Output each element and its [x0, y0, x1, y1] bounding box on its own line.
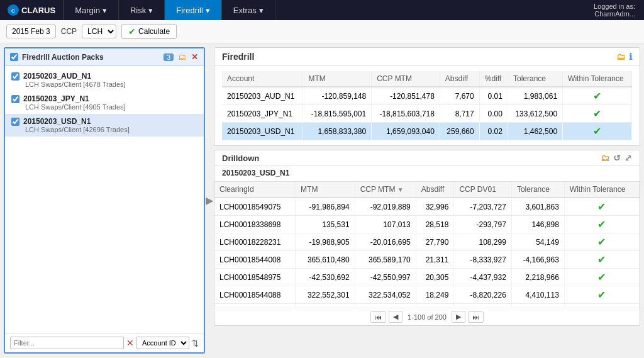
- table-row[interactable]: 20150203_USD_N1 1,658,833,380 1,659,093,…: [222, 123, 632, 140]
- table-row[interactable]: LCH00018228231 -19,988,905 -20,016,695 2…: [214, 233, 640, 251]
- dd-absdiff-3: 21,311: [416, 251, 454, 269]
- list-item[interactable]: 20150203_USD_N1 LCH Swaps/Client [42696 …: [5, 114, 204, 137]
- pagination-bar: ⏮ ◀ 1-100 of 200 ▶ ⏭: [214, 308, 640, 325]
- drilldown-expand-icon[interactable]: ⤢: [625, 153, 632, 163]
- dd-within-0: ✔: [564, 198, 639, 216]
- list-item[interactable]: 20150203_AUD_N1 LCH Swaps/Client [4678 T…: [5, 69, 204, 91]
- col-account: Account: [222, 71, 303, 87]
- filter-clear-icon[interactable]: ✕: [126, 338, 134, 348]
- logged-in-label: Logged in as:: [594, 3, 635, 10]
- dd-ccp-dv01-0: -7,203,727: [454, 198, 512, 216]
- sort-arrow[interactable]: ▼: [397, 186, 404, 193]
- panel-checkbox[interactable]: [10, 53, 18, 61]
- logo-icon: C: [8, 4, 19, 16]
- table-row[interactable]: LCH00018549075 -91,986,894 -92,019,889 3…: [214, 198, 640, 216]
- fd-absdiff-0: 7,670: [440, 87, 479, 105]
- dd-absdiff-5: 18,249: [416, 286, 454, 304]
- fd-within-1: ✔: [563, 105, 632, 123]
- fd-pctdiff-2: 0.02: [479, 123, 508, 140]
- firedrill-section: Firedrill 🗂 ℹ Account MTM CCP MTM Absdif…: [214, 47, 640, 146]
- pack-checkbox-1[interactable]: [11, 95, 19, 103]
- dd-col-tolerance: Tolerance: [511, 182, 564, 198]
- pack-sub-1: LCH Swaps/Client [4905 Trades]: [25, 103, 197, 111]
- pack-name-1: 20150203_JPY_N1: [23, 94, 89, 103]
- dd-ccp-dv01-1: -293,797: [454, 216, 512, 233]
- firedrill-folder-icon[interactable]: 🗂: [616, 52, 625, 62]
- pack-sub-2: LCH Swaps/Client [42696 Trades]: [25, 126, 197, 133]
- dd-ccp-dv01-2: 108,299: [454, 233, 512, 251]
- dd-col-mtm: MTM: [296, 182, 355, 198]
- nav-extras-arrow: ▾: [259, 6, 264, 15]
- account-id-select[interactable]: Account ID: [136, 337, 189, 349]
- dd-within-1: ✔: [564, 216, 639, 233]
- filter-input[interactable]: [10, 337, 124, 349]
- firedrill-table: Account MTM CCP MTM Absdiff %diff Tolera…: [222, 71, 632, 140]
- nav-extras[interactable]: Extras ▾: [222, 0, 275, 20]
- dd-col-ccp-dv01: CCP DV01: [454, 182, 512, 198]
- drilldown-table-wrap: ClearingId MTM CCP MTM ▼ Absdiff CCP DV0…: [214, 182, 640, 308]
- ccp-label: CCP: [61, 27, 77, 36]
- drilldown-folder-icon[interactable]: 🗂: [601, 153, 609, 163]
- page-last-button[interactable]: ⏭: [468, 311, 484, 323]
- dd-tolerance-1: 146,898: [511, 216, 564, 233]
- top-navigation: C CLARUS Margin ▾ Risk ▾ Firedrill ▾ Ext…: [0, 0, 644, 20]
- ccp-select[interactable]: LCH: [82, 25, 116, 38]
- dd-mtm-0: -91,986,894: [296, 198, 355, 216]
- pack-checkbox-2[interactable]: [11, 118, 19, 126]
- col-mtm: MTM: [303, 71, 372, 87]
- svg-text:C: C: [11, 8, 15, 14]
- page-first-button[interactable]: ⏮: [370, 311, 386, 323]
- dd-ccp-dv01-4: -4,437,932: [454, 269, 512, 286]
- nav-margin-label: Margin: [75, 6, 100, 15]
- firedrill-info-icon[interactable]: ℹ: [629, 52, 632, 62]
- dd-tolerance-0: 3,601,863: [511, 198, 564, 216]
- expand-icon[interactable]: ⇅: [192, 338, 199, 348]
- page-next-button[interactable]: ▶: [452, 311, 465, 323]
- col-tolerance: Tolerance: [508, 71, 562, 87]
- table-row[interactable]: 20150203_JPY_N1 -18,815,595,001 -18,815,…: [222, 105, 632, 123]
- nav-firedrill[interactable]: Firedrill ▾: [165, 0, 222, 20]
- fd-pctdiff-1: 0.00: [479, 105, 508, 123]
- dd-within-2: ✔: [564, 233, 639, 251]
- firedrill-section-header: Firedrill 🗂 ℹ: [214, 48, 640, 66]
- close-panel-button[interactable]: ✕: [191, 52, 199, 62]
- nav-risk[interactable]: Risk ▾: [119, 0, 165, 20]
- fd-absdiff-1: 8,717: [440, 105, 479, 123]
- dd-col-clearing-id: ClearingId: [214, 182, 296, 198]
- nav-items: Margin ▾ Risk ▾ Firedrill ▾ Extras ▾: [64, 0, 275, 20]
- collapse-arrow[interactable]: ▶: [205, 47, 214, 354]
- fd-pctdiff-0: 0.01: [479, 87, 508, 105]
- fd-tolerance-2: 1,462,500: [508, 123, 562, 140]
- left-panel-header: Firedrill Auction Packs 3 🗂 ✕: [5, 48, 204, 66]
- calculate-button[interactable]: ✔ Calculate: [121, 24, 177, 39]
- pack-name-2: 20150203_USD_N1: [23, 117, 91, 126]
- drilldown-refresh-icon[interactable]: ↺: [613, 153, 621, 163]
- page-range: 1-100 of 200: [405, 313, 449, 321]
- fd-within-0: ✔: [563, 87, 632, 105]
- nav-margin[interactable]: Margin ▾: [64, 0, 119, 20]
- table-row[interactable]: LCH00018338698 135,531 107,013 28,518 -2…: [214, 216, 640, 233]
- pack-name-0: 20150203_AUD_N1: [23, 72, 91, 81]
- table-row[interactable]: 20150203_AUD_N1 -120,859,148 -120,851,47…: [222, 87, 632, 105]
- left-panel: Firedrill Auction Packs 3 🗂 ✕ 20150203_A…: [4, 47, 205, 354]
- dd-clearing-3: LCH00018544008: [214, 251, 296, 269]
- nav-firedrill-label: Firedrill: [176, 6, 203, 15]
- dd-clearing-4: LCH00018548975: [214, 269, 296, 286]
- dd-tolerance-5: 4,410,113: [511, 286, 564, 304]
- table-row[interactable]: LCH00018548975 -42,530,692 -42,550,997 2…: [214, 269, 640, 286]
- dd-absdiff-1: 28,518: [416, 216, 454, 233]
- dd-col-ccp-mtm: CCP MTM ▼: [355, 182, 416, 198]
- col-absdiff: Absdiff: [440, 71, 479, 87]
- table-row[interactable]: LCH00018544088 322,552,301 322,534,052 1…: [214, 286, 640, 304]
- fd-tolerance-1: 133,612,500: [508, 105, 562, 123]
- date-field[interactable]: 2015 Feb 3: [6, 25, 56, 38]
- folder-icon-button[interactable]: 🗂: [177, 52, 187, 62]
- pack-checkbox-0[interactable]: [11, 72, 19, 81]
- list-item[interactable]: 20150203_JPY_N1 LCH Swaps/Client [4905 T…: [5, 91, 204, 114]
- table-row[interactable]: LCH00018544008 365,610,480 365,589,170 2…: [214, 251, 640, 269]
- nav-extras-label: Extras: [233, 6, 257, 15]
- dd-ccp-mtm-3: 365,589,170: [355, 251, 416, 269]
- page-prev-button[interactable]: ◀: [389, 311, 402, 323]
- left-panel-footer: ✕ Account ID ⇅: [5, 333, 204, 352]
- main-layout: Firedrill Auction Packs 3 🗂 ✕ 20150203_A…: [0, 43, 644, 357]
